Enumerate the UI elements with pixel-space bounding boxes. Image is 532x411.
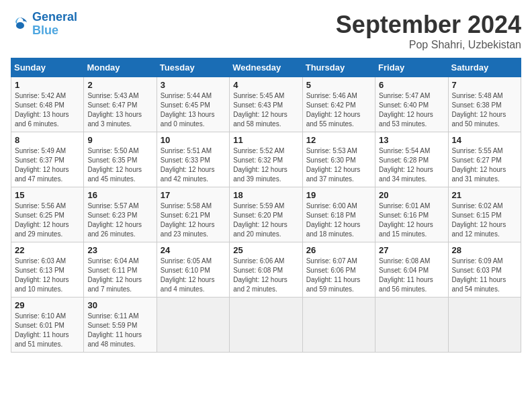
calendar-header-row: Sunday Monday Tuesday Wednesday Thursday… <box>11 58 521 77</box>
day-info: Sunrise: 5:51 AMSunset: 6:33 PMDaylight:… <box>161 146 226 184</box>
calendar-week-3: 15Sunrise: 5:56 AMSunset: 6:25 PMDayligh… <box>11 187 521 242</box>
calendar-cell: 21Sunrise: 6:02 AMSunset: 6:15 PMDayligh… <box>448 187 521 242</box>
day-number: 22 <box>15 245 80 255</box>
day-info: Sunrise: 5:48 AMSunset: 6:38 PMDaylight:… <box>452 91 517 129</box>
calendar-cell: 15Sunrise: 5:56 AMSunset: 6:25 PMDayligh… <box>11 187 84 242</box>
day-info: Sunrise: 5:54 AMSunset: 6:28 PMDaylight:… <box>379 146 444 184</box>
day-number: 21 <box>452 190 517 200</box>
calendar-cell: 28Sunrise: 6:09 AMSunset: 6:03 PMDayligh… <box>448 242 521 298</box>
day-info: Sunrise: 5:46 AMSunset: 6:42 PMDaylight:… <box>306 91 371 129</box>
calendar-cell: 26Sunrise: 6:07 AMSunset: 6:06 PMDayligh… <box>302 242 375 298</box>
day-info: Sunrise: 5:58 AMSunset: 6:21 PMDaylight:… <box>161 201 226 239</box>
col-friday: Friday <box>375 58 448 77</box>
day-info: Sunrise: 5:56 AMSunset: 6:25 PMDaylight:… <box>15 201 80 239</box>
calendar-cell: 16Sunrise: 5:57 AMSunset: 6:23 PMDayligh… <box>84 187 157 242</box>
day-info: Sunrise: 5:43 AMSunset: 6:47 PMDaylight:… <box>87 91 152 129</box>
calendar-cell: 12Sunrise: 5:53 AMSunset: 6:30 PMDayligh… <box>302 132 375 187</box>
calendar-week-5: 29Sunrise: 6:10 AMSunset: 6:01 PMDayligh… <box>11 298 521 353</box>
calendar-cell: 2Sunrise: 5:43 AMSunset: 6:47 PMDaylight… <box>84 77 157 132</box>
day-number: 10 <box>161 135 226 145</box>
day-number: 1 <box>15 80 80 90</box>
calendar-cell: 29Sunrise: 6:10 AMSunset: 6:01 PMDayligh… <box>11 298 84 353</box>
day-info: Sunrise: 5:45 AMSunset: 6:43 PMDaylight:… <box>233 91 298 129</box>
day-number: 19 <box>306 190 371 200</box>
day-number: 16 <box>87 190 152 200</box>
day-info: Sunrise: 5:55 AMSunset: 6:27 PMDaylight:… <box>452 146 517 184</box>
calendar-cell: 22Sunrise: 6:03 AMSunset: 6:13 PMDayligh… <box>11 242 84 298</box>
day-info: Sunrise: 5:52 AMSunset: 6:32 PMDaylight:… <box>233 146 298 184</box>
day-info: Sunrise: 6:03 AMSunset: 6:13 PMDaylight:… <box>15 257 80 294</box>
page-header: General Blue September 2024 Pop Shahri, … <box>11 11 521 51</box>
col-thursday: Thursday <box>302 58 375 77</box>
calendar-week-4: 22Sunrise: 6:03 AMSunset: 6:13 PMDayligh… <box>11 242 521 298</box>
col-sunday: Sunday <box>11 58 84 77</box>
day-number: 8 <box>15 135 80 145</box>
calendar-cell: 13Sunrise: 5:54 AMSunset: 6:28 PMDayligh… <box>375 132 448 187</box>
calendar-cell: 24Sunrise: 6:05 AMSunset: 6:10 PMDayligh… <box>157 242 229 298</box>
calendar-cell: 19Sunrise: 6:00 AMSunset: 6:18 PMDayligh… <box>302 187 375 242</box>
day-number: 24 <box>161 245 226 255</box>
day-number: 12 <box>306 135 371 145</box>
location: Pop Shahri, Uzbekistan <box>336 39 521 51</box>
calendar-cell <box>302 298 375 353</box>
day-info: Sunrise: 6:00 AMSunset: 6:18 PMDaylight:… <box>306 201 371 239</box>
svg-point-0 <box>16 22 24 29</box>
day-info: Sunrise: 5:42 AMSunset: 6:48 PMDaylight:… <box>15 91 80 129</box>
calendar-table: Sunday Monday Tuesday Wednesday Thursday… <box>11 58 521 353</box>
day-number: 29 <box>15 300 80 310</box>
day-number: 6 <box>379 80 444 90</box>
calendar-cell: 7Sunrise: 5:48 AMSunset: 6:38 PMDaylight… <box>448 77 521 132</box>
calendar-cell: 5Sunrise: 5:46 AMSunset: 6:42 PMDaylight… <box>302 77 375 132</box>
day-info: Sunrise: 5:44 AMSunset: 6:45 PMDaylight:… <box>161 91 226 129</box>
day-info: Sunrise: 6:10 AMSunset: 6:01 PMDaylight:… <box>15 312 80 349</box>
calendar-cell <box>157 298 229 353</box>
month-title: September 2024 <box>336 11 521 39</box>
col-monday: Monday <box>84 58 157 77</box>
day-number: 15 <box>15 190 80 200</box>
calendar-cell: 9Sunrise: 5:50 AMSunset: 6:35 PMDaylight… <box>84 132 157 187</box>
calendar-cell: 25Sunrise: 6:06 AMSunset: 6:08 PMDayligh… <box>230 242 302 298</box>
day-number: 27 <box>379 245 444 255</box>
day-number: 30 <box>87 300 152 310</box>
calendar-week-2: 8Sunrise: 5:49 AMSunset: 6:37 PMDaylight… <box>11 132 521 187</box>
day-info: Sunrise: 6:07 AMSunset: 6:06 PMDaylight:… <box>306 257 371 294</box>
logo: General Blue <box>11 11 77 38</box>
day-number: 28 <box>452 245 517 255</box>
calendar-cell: 23Sunrise: 6:04 AMSunset: 6:11 PMDayligh… <box>84 242 157 298</box>
calendar-cell <box>375 298 448 353</box>
day-number: 20 <box>379 190 444 200</box>
logo-icon <box>11 15 30 34</box>
day-number: 18 <box>233 190 298 200</box>
day-info: Sunrise: 6:11 AMSunset: 5:59 PMDaylight:… <box>87 312 152 349</box>
calendar-cell: 11Sunrise: 5:52 AMSunset: 6:32 PMDayligh… <box>230 132 302 187</box>
day-info: Sunrise: 5:53 AMSunset: 6:30 PMDaylight:… <box>306 146 371 184</box>
day-number: 23 <box>87 245 152 255</box>
day-info: Sunrise: 6:06 AMSunset: 6:08 PMDaylight:… <box>233 257 298 294</box>
col-wednesday: Wednesday <box>230 58 302 77</box>
day-number: 3 <box>161 80 226 90</box>
calendar-cell <box>448 298 521 353</box>
day-number: 13 <box>379 135 444 145</box>
day-info: Sunrise: 6:05 AMSunset: 6:10 PMDaylight:… <box>161 257 226 294</box>
day-number: 14 <box>452 135 517 145</box>
day-number: 2 <box>87 80 152 90</box>
day-info: Sunrise: 6:02 AMSunset: 6:15 PMDaylight:… <box>452 201 517 239</box>
calendar-cell: 20Sunrise: 6:01 AMSunset: 6:16 PMDayligh… <box>375 187 448 242</box>
day-info: Sunrise: 5:59 AMSunset: 6:20 PMDaylight:… <box>233 201 298 239</box>
day-number: 11 <box>233 135 298 145</box>
day-number: 7 <box>452 80 517 90</box>
day-info: Sunrise: 5:57 AMSunset: 6:23 PMDaylight:… <box>87 201 152 239</box>
calendar-cell: 6Sunrise: 5:47 AMSunset: 6:40 PMDaylight… <box>375 77 448 132</box>
col-tuesday: Tuesday <box>157 58 229 77</box>
day-number: 25 <box>233 245 298 255</box>
calendar-cell <box>230 298 302 353</box>
logo-text: General Blue <box>32 11 77 38</box>
col-saturday: Saturday <box>448 58 521 77</box>
calendar-cell: 8Sunrise: 5:49 AMSunset: 6:37 PMDaylight… <box>11 132 84 187</box>
day-info: Sunrise: 5:47 AMSunset: 6:40 PMDaylight:… <box>379 91 444 129</box>
calendar-cell: 1Sunrise: 5:42 AMSunset: 6:48 PMDaylight… <box>11 77 84 132</box>
day-info: Sunrise: 6:08 AMSunset: 6:04 PMDaylight:… <box>379 257 444 294</box>
day-number: 9 <box>87 135 152 145</box>
day-number: 4 <box>233 80 298 90</box>
day-number: 17 <box>161 190 226 200</box>
